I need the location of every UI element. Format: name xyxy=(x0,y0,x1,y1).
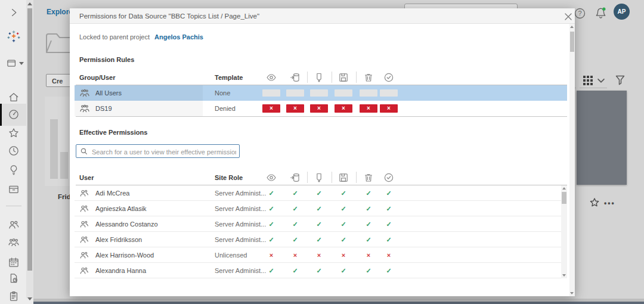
help-icon[interactable]: ? xyxy=(574,8,586,19)
group-user-cell-tint xyxy=(75,85,203,101)
effective-permissions-heading: Effective Permissions xyxy=(79,129,147,136)
capability-cell[interactable] xyxy=(286,89,304,97)
denied-mark: × xyxy=(387,247,391,263)
allowed-mark: ✓ xyxy=(386,185,391,201)
grid-view-icon[interactable] xyxy=(583,75,593,86)
capability-cell[interactable]: × xyxy=(380,104,398,113)
capability-cell[interactable]: × xyxy=(262,104,280,113)
users-icon[interactable] xyxy=(8,219,20,231)
save-icon xyxy=(338,72,349,83)
search-input[interactable] xyxy=(91,146,237,157)
recents-clock-icon[interactable] xyxy=(8,145,20,157)
allowed-mark: ✓ xyxy=(340,232,346,247)
site-role: Server Administ... xyxy=(215,201,266,216)
user-row[interactable]: Agnieszka AtlasikServer Administ...✓✓✓✓✓… xyxy=(75,201,561,216)
more-options-icon[interactable]: ••• xyxy=(604,199,615,207)
capability-cell[interactable]: × xyxy=(335,104,352,113)
capability-group-divider xyxy=(356,72,357,83)
rules-row[interactable]: All UsersNone xyxy=(75,85,567,101)
capability-cell[interactable]: × xyxy=(310,104,328,113)
allowed-mark: ✓ xyxy=(366,232,371,247)
groups-icon[interactable] xyxy=(8,237,20,249)
user-row[interactable]: Alessandro CostanzoServer Administ...✓✓✓… xyxy=(75,216,561,232)
template-value[interactable]: None xyxy=(215,85,230,101)
denied-mark: × xyxy=(317,247,321,263)
capability-group-divider xyxy=(332,72,332,83)
allowed-mark: ✓ xyxy=(316,201,321,216)
close-icon[interactable] xyxy=(564,12,573,21)
allowed-mark: ✓ xyxy=(268,232,274,247)
expand-chevron-icon[interactable] xyxy=(8,7,20,18)
site-switcher-caret-icon[interactable] xyxy=(19,62,24,65)
notifications-bell-icon[interactable] xyxy=(595,7,607,20)
home-icon[interactable] xyxy=(8,91,20,103)
explore-compass-icon[interactable] xyxy=(8,108,20,120)
user-row[interactable]: Alexandra HannaServer Administ...✓✓✓✓✓✓ xyxy=(75,263,561,278)
capability-cell[interactable] xyxy=(310,89,328,97)
window-bottom-edge xyxy=(0,302,644,304)
capability-cell[interactable] xyxy=(262,89,280,97)
datasource-thumbnail[interactable] xyxy=(577,91,627,185)
user-row[interactable]: Alex Harrison-WoodUnlicensed×××××× xyxy=(75,247,561,263)
site-status-icon[interactable] xyxy=(8,290,20,302)
capability-cell[interactable] xyxy=(335,89,352,97)
allowed-mark: ✓ xyxy=(316,185,321,201)
rules-table-bottom-border xyxy=(76,116,567,117)
capability-cell[interactable]: × xyxy=(360,104,377,113)
sidebar-divider xyxy=(6,206,21,206)
user-icon xyxy=(79,188,89,198)
allowed-mark: ✓ xyxy=(292,216,298,232)
users-table-scrollbar-thumb[interactable] xyxy=(562,192,566,204)
template-value[interactable]: Denied xyxy=(215,101,236,116)
sidebar-scrollbar-thumb[interactable] xyxy=(27,8,32,271)
filter-funnel-icon[interactable] xyxy=(615,75,626,86)
site-role: Server Administ... xyxy=(215,263,266,278)
allowed-mark: ✓ xyxy=(340,263,346,278)
user-row[interactable]: Adi McCreaServer Administ...✓✓✓✓✓✓ xyxy=(75,185,561,201)
user-icon xyxy=(79,235,89,244)
capability-cell[interactable]: × xyxy=(286,104,304,113)
favorites-star-icon[interactable] xyxy=(8,127,20,139)
view-options-caret-icon[interactable] xyxy=(597,78,605,83)
schedules-calendar-icon[interactable] xyxy=(8,256,20,268)
recommendations-bulb-icon[interactable] xyxy=(8,164,20,176)
collections-box-icon[interactable] xyxy=(8,183,20,195)
delete-icon xyxy=(363,172,374,183)
allowed-mark: ✓ xyxy=(366,263,371,278)
dialog-header: Permissions for Data Source "BBC Topics … xyxy=(70,8,575,24)
save-icon xyxy=(338,172,349,183)
sidebar-scroll-down-icon[interactable] xyxy=(27,297,32,300)
user-name: Adi McCrea xyxy=(95,185,129,201)
user-name: Alex Fridriksson xyxy=(95,232,142,247)
effective-permissions-search[interactable] xyxy=(76,144,240,158)
allowed-mark: ✓ xyxy=(386,263,391,278)
download-icon xyxy=(314,172,324,183)
parent-project-link[interactable]: Angelos Pachis xyxy=(154,33,203,41)
favorite-star-icon[interactable] xyxy=(589,197,600,208)
allowed-mark: ✓ xyxy=(292,201,298,216)
user-icon xyxy=(79,266,89,275)
allowed-mark: ✓ xyxy=(366,201,371,216)
user-row[interactable]: Alex FridrikssonServer Administ...✓✓✓✓✓✓ xyxy=(75,232,561,247)
site-role: Server Administ... xyxy=(215,216,266,232)
allowed-mark: ✓ xyxy=(366,216,371,232)
avatar[interactable]: AP xyxy=(614,4,630,20)
allowed-mark: ✓ xyxy=(340,201,346,216)
site-role: Server Administ... xyxy=(215,232,266,247)
dialog-scrollbar-thumb[interactable] xyxy=(570,32,574,52)
allowed-mark: ✓ xyxy=(316,263,321,278)
dialog-title: Permissions for Data Source "BBC Topics … xyxy=(79,8,259,24)
capability-cell[interactable] xyxy=(380,89,398,97)
user-name: Agnieszka Atlasik xyxy=(95,201,147,216)
dialog-scrollbar[interactable] xyxy=(569,24,575,296)
left-sidebar xyxy=(0,0,33,304)
allowed-mark: ✓ xyxy=(340,216,346,232)
site-switcher-icon[interactable] xyxy=(6,57,18,69)
users-table-scrollbar[interactable] xyxy=(561,185,567,278)
capability-cell[interactable] xyxy=(360,89,377,97)
jobs-icon[interactable] xyxy=(8,272,20,284)
view-underline xyxy=(580,88,607,88)
rules-row[interactable]: DS19Denied×××××× xyxy=(75,101,567,116)
capability-group-divider xyxy=(332,172,332,183)
allowed-mark: ✓ xyxy=(268,201,274,216)
